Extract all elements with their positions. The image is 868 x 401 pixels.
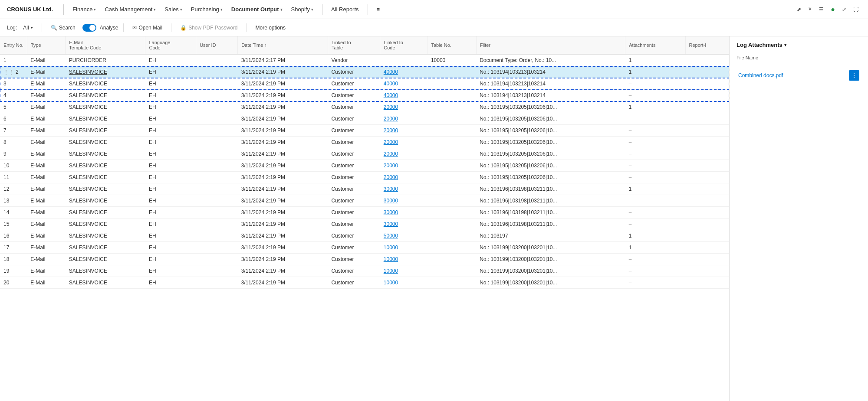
- cell-lang: EH: [145, 113, 196, 125]
- table-row[interactable]: 11 E-Mail SALESINVOICE EH 3/11/2024 2:19…: [0, 172, 729, 183]
- share-icon[interactable]: ⬈: [794, 5, 804, 14]
- cell-template: SALESINVOICE: [66, 160, 145, 172]
- toolbar: Log: All ▾ 🔍 Search Analyse ✉ Open Mail …: [0, 19, 868, 36]
- cell-table-no: [427, 207, 476, 218]
- chevron-icon: ▾: [154, 7, 156, 12]
- table-row[interactable]: 12 E-Mail SALESINVOICE EH 3/11/2024 2:19…: [0, 183, 729, 195]
- cell-datetime: 3/11/2024 2:19 PM: [238, 148, 328, 160]
- cell-table-no: [427, 90, 476, 101]
- cell-entry-no: 18: [0, 254, 27, 265]
- expand-icon[interactable]: ⤢: [839, 5, 849, 14]
- table-area: Entry No. Type E-MailTemplate Code Langu…: [0, 36, 729, 401]
- cell-user: [196, 66, 238, 78]
- cell-template: SALESINVOICE: [66, 148, 145, 160]
- col-linked-code: Linked toCode: [380, 36, 427, 54]
- table-row[interactable]: 8 E-Mail SALESINVOICE EH 3/11/2024 2:19 …: [0, 137, 729, 148]
- cell-datetime: 3/11/2024 2:19 PM: [238, 90, 328, 101]
- nav-divider-2: [322, 4, 322, 15]
- cell-linked-table: Customer: [328, 172, 380, 183]
- cell-linked-table: Customer: [328, 254, 380, 265]
- cell-user: [196, 254, 238, 265]
- search-button[interactable]: 🔍 Search: [47, 23, 79, 33]
- table-row[interactable]: 16 E-Mail SALESINVOICE EH 3/11/2024 2:19…: [0, 230, 729, 242]
- cell-lang: EH: [145, 160, 196, 172]
- cell-linked-table: Customer: [328, 101, 380, 113]
- col-language: LanguageCode: [145, 36, 196, 54]
- more-options-button[interactable]: More options: [252, 23, 289, 33]
- nav-item-cash-management[interactable]: Cash Management ▾: [101, 4, 159, 14]
- table-row[interactable]: 7 E-Mail SALESINVOICE EH 3/11/2024 2:19 …: [0, 125, 729, 137]
- columns-icon[interactable]: ☰: [816, 5, 826, 14]
- cell-report: [685, 218, 729, 230]
- cell-user: [196, 230, 238, 242]
- nav-item-shopify[interactable]: Shopify ▾: [288, 4, 317, 14]
- cell-linked-code: 40000: [380, 78, 427, 90]
- nav-item-menu[interactable]: ≡: [373, 4, 384, 14]
- cell-lang: EH: [145, 101, 196, 113]
- table-row[interactable]: 20 E-Mail SALESINVOICE EH 3/11/2024 2:19…: [0, 277, 729, 289]
- cell-datetime: 3/11/2024 2:19 PM: [238, 207, 328, 218]
- cell-entry-no: 17: [0, 242, 27, 254]
- all-filter-button[interactable]: All ▾: [20, 23, 36, 33]
- nav-item-finance[interactable]: Finance ▾: [69, 4, 99, 14]
- table-row[interactable]: 15 E-Mail SALESINVOICE EH 3/11/2024 2:19…: [0, 218, 729, 230]
- cell-filter: No.: 103195|103205|103206|10...: [476, 125, 625, 137]
- table-row[interactable]: 14 E-Mail SALESINVOICE EH 3/11/2024 2:19…: [0, 207, 729, 218]
- open-mail-button[interactable]: ✉ Open Mail: [129, 23, 166, 33]
- table-row[interactable]: 18 E-Mail SALESINVOICE EH 3/11/2024 2:19…: [0, 254, 729, 265]
- cell-entry-no: 15: [0, 218, 27, 230]
- cell-attachments: –: [625, 113, 685, 125]
- cell-linked-code: 20000: [380, 137, 427, 148]
- file-row[interactable]: Combined docs.pdf ⋮: [736, 67, 861, 84]
- cell-filter: No.: 103195|103205|103206|10...: [476, 160, 625, 172]
- table-row[interactable]: 9 E-Mail SALESINVOICE EH 3/11/2024 2:19 …: [0, 148, 729, 160]
- table-row[interactable]: 17 E-Mail SALESINVOICE EH 3/11/2024 2:19…: [0, 242, 729, 254]
- circle-icon[interactable]: ●: [828, 4, 838, 15]
- table-row[interactable]: 5 E-Mail SALESINVOICE EH 3/11/2024 2:19 …: [0, 101, 729, 113]
- table-row[interactable]: 19 E-Mail SALESINVOICE EH 3/11/2024 2:19…: [0, 265, 729, 277]
- cell-table-no: [427, 137, 476, 148]
- table-row[interactable]: 13 E-Mail SALESINVOICE EH 3/11/2024 2:19…: [0, 195, 729, 207]
- show-pdf-password-button[interactable]: 🔒 Show PDF Password: [177, 23, 241, 33]
- cell-table-no: [427, 195, 476, 207]
- nav-item-all-reports[interactable]: All Reports: [328, 4, 362, 14]
- top-nav: CRONUS UK Ltd. Finance ▾ Cash Management…: [0, 0, 868, 19]
- cell-type: E-Mail: [27, 160, 66, 172]
- cell-datetime: 3/11/2024 2:19 PM: [238, 125, 328, 137]
- col-type: Type: [27, 36, 66, 54]
- table-row[interactable]: ⋮⋮2 E-Mail SALESINVOICE EH 3/11/2024 2:1…: [0, 66, 729, 78]
- cell-report: [685, 207, 729, 218]
- cell-filter: No.: 103196|103198|103211|10...: [476, 183, 625, 195]
- cell-linked-table: Customer: [328, 265, 380, 277]
- nav-item-document-output[interactable]: Document Output ▾: [228, 4, 286, 14]
- cell-entry-no: 19: [0, 265, 27, 277]
- cell-linked-table: Customer: [328, 218, 380, 230]
- cell-report: [685, 54, 729, 66]
- table-row[interactable]: 3 E-Mail SALESINVOICE EH 3/11/2024 2:19 …: [0, 78, 729, 90]
- nav-right-icons: ⬈ ⊻ ☰ ● ⤢ ⛶: [794, 4, 861, 15]
- sep-1: [42, 23, 42, 32]
- cell-table-no: [427, 242, 476, 254]
- cell-user: [196, 113, 238, 125]
- nav-item-purchasing[interactable]: Purchasing ▾: [187, 4, 226, 14]
- table-row[interactable]: 10 E-Mail SALESINVOICE EH 3/11/2024 2:19…: [0, 160, 729, 172]
- table-row[interactable]: 4 E-Mail SALESINVOICE EH 3/11/2024 2:19 …: [0, 90, 729, 101]
- cell-type: E-Mail: [27, 148, 66, 160]
- table-row[interactable]: 1 E-Mail PURCHORDER EH 3/11/2024 2:17 PM…: [0, 54, 729, 66]
- table-row[interactable]: 6 E-Mail SALESINVOICE EH 3/11/2024 2:19 …: [0, 113, 729, 125]
- cell-entry-no: 12: [0, 183, 27, 195]
- panel-header[interactable]: Log Attachments ▾: [736, 42, 861, 48]
- file-menu-button[interactable]: ⋮: [849, 70, 859, 81]
- cell-type: E-Mail: [27, 125, 66, 137]
- cell-linked-code: 10000: [380, 254, 427, 265]
- nav-item-sales[interactable]: Sales ▾: [161, 4, 186, 14]
- cell-linked-table: Customer: [328, 66, 380, 78]
- fullscreen-icon[interactable]: ⛶: [851, 5, 861, 14]
- filter-icon[interactable]: ⊻: [806, 5, 815, 14]
- cell-attachments: 1: [625, 242, 685, 254]
- cell-filter: No.: 103195|103205|103206|10...: [476, 137, 625, 148]
- cell-table-no: [427, 148, 476, 160]
- analyse-toggle[interactable]: [82, 24, 96, 32]
- cell-entry-no: 6: [0, 113, 27, 125]
- nav-divider-3: [368, 4, 368, 15]
